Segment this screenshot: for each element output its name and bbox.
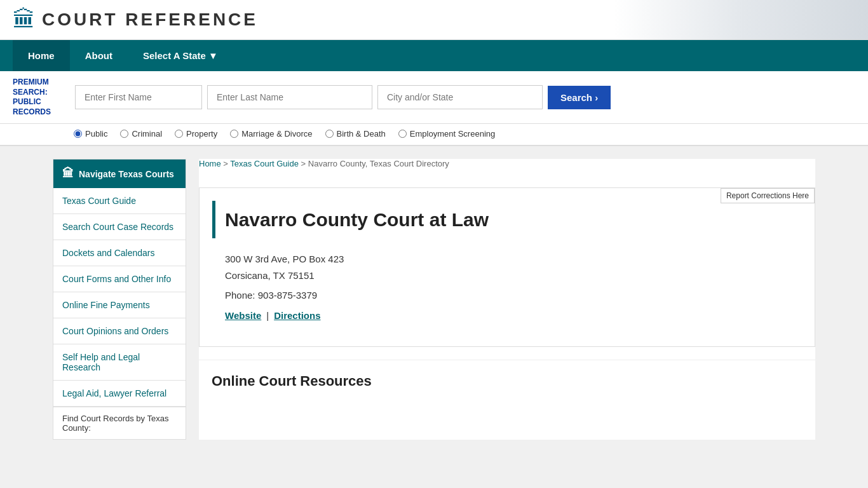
sidebar-nav: 🏛 Navigate Texas Courts Texas Court Guid…: [53, 159, 186, 440]
logo[interactable]: 🏛 COURT REFERENCE: [13, 6, 258, 33]
logo-text: COURT REFERENCE: [42, 10, 258, 30]
page-header: 🏛 COURT REFERENCE: [0, 0, 868, 40]
sidebar-header-label: Navigate Texas Courts: [79, 169, 174, 179]
nav-home[interactable]: Home: [13, 40, 70, 71]
sidebar-item-fine-payments[interactable]: Online Fine Payments: [53, 292, 186, 318]
sidebar-item-self-help[interactable]: Self Help and Legal Research: [53, 344, 186, 381]
court-phone: Phone: 903-875-3379: [225, 290, 802, 301]
address-line1: 300 W 3rd Ave, PO Box 423: [225, 254, 344, 264]
court-links: Website | Directions: [225, 310, 802, 321]
breadcrumb-guide[interactable]: Texas Court Guide: [230, 159, 299, 168]
online-resources-title: Online Court Resources: [212, 373, 803, 390]
radio-criminal[interactable]: Criminal: [120, 129, 162, 139]
last-name-input[interactable]: [207, 85, 372, 109]
sidebar-item-search-records[interactable]: Search Court Case Records: [53, 214, 186, 240]
content-panel: Home > Texas Court Guide > Navarro Count…: [199, 159, 815, 440]
sidebar-item-texas-court-guide[interactable]: Texas Court Guide: [53, 188, 186, 214]
header-background: [614, 0, 868, 39]
sidebar: 🏛 Navigate Texas Courts Texas Court Guid…: [53, 159, 186, 440]
court-info-box: Report Corrections Here Navarro County C…: [199, 187, 815, 347]
radio-public[interactable]: Public: [74, 129, 107, 139]
address-line2: Corsicana, TX 75151: [225, 270, 315, 281]
court-address: 300 W 3rd Ave, PO Box 423 Corsicana, TX …: [225, 251, 802, 283]
premium-label: PREMIUM SEARCH: PUBLIC RECORDS: [13, 78, 70, 117]
sidebar-item-opinions[interactable]: Court Opinions and Orders: [53, 318, 186, 344]
radio-property[interactable]: Property: [175, 129, 217, 139]
court-details: 300 W 3rd Ave, PO Box 423 Corsicana, TX …: [212, 251, 802, 321]
search-bar: PREMIUM SEARCH: PUBLIC RECORDS Search ›: [0, 71, 868, 124]
courthouse-sidebar-icon: 🏛: [62, 167, 74, 180]
city-state-input[interactable]: [377, 85, 543, 109]
sidebar-item-court-forms[interactable]: Court Forms and Other Info: [53, 266, 186, 292]
sidebar-item-dockets[interactable]: Dockets and Calendars: [53, 240, 186, 266]
radio-marriage-divorce[interactable]: Marriage & Divorce: [230, 129, 312, 139]
radio-employment[interactable]: Employment Screening: [398, 129, 495, 139]
sidebar-item-legal-aid[interactable]: Legal Aid, Lawyer Referral: [53, 381, 186, 407]
sidebar-footer-text: Find Court Records by Texas County:: [53, 407, 186, 439]
record-type-radios: Public Criminal Property Marriage & Divo…: [0, 124, 868, 146]
link-separator: |: [266, 310, 269, 321]
online-resources-section: Online Court Resources: [199, 360, 815, 409]
report-corrections-button[interactable]: Report Corrections Here: [721, 188, 815, 203]
first-name-input[interactable]: [75, 85, 202, 109]
breadcrumb: Home > Texas Court Guide > Navarro Count…: [199, 159, 815, 178]
nav-about[interactable]: About: [70, 40, 128, 71]
main-nav: Home About Select A State ▼: [0, 40, 868, 71]
nav-select-state[interactable]: Select A State ▼: [128, 40, 233, 71]
sidebar-header: 🏛 Navigate Texas Courts: [53, 159, 186, 188]
radio-birth-death[interactable]: Birth & Death: [325, 129, 386, 139]
search-button[interactable]: Search ›: [548, 86, 611, 109]
breadcrumb-home[interactable]: Home: [199, 159, 221, 168]
court-directions-link[interactable]: Directions: [274, 310, 320, 321]
court-website-link[interactable]: Website: [225, 310, 261, 321]
court-title: Navarro County Court at Law: [212, 201, 802, 238]
breadcrumb-current: Navarro County, Texas Court Directory: [308, 159, 449, 168]
main-content: 🏛 Navigate Texas Courts Texas Court Guid…: [40, 146, 828, 452]
courthouse-icon: 🏛: [13, 6, 36, 33]
